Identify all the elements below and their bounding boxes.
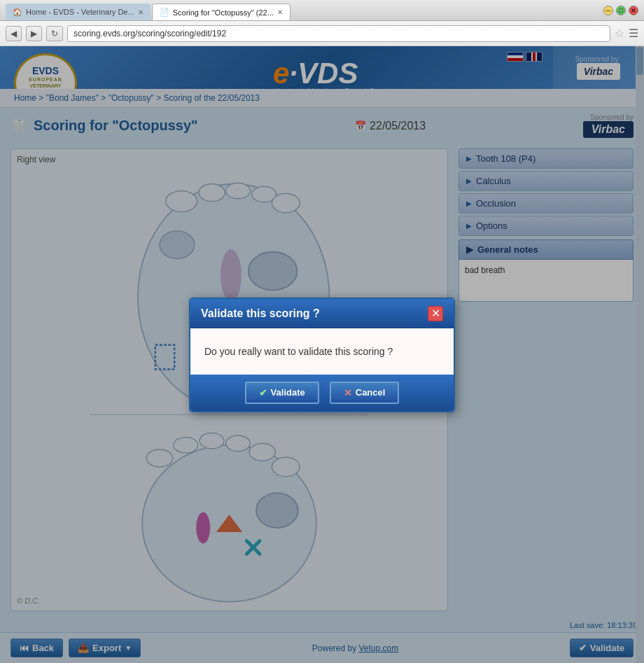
page-content: EVDS EUROPEAN VETERINARY DENTAL SOCIETY … [0,46,644,663]
tab-1-label: Home - EVDS - Veterinary De... [26,8,134,16]
back-nav-button[interactable]: ◀ [6,26,22,41]
page-wrapper: EVDS EUROPEAN VETERINARY DENTAL SOCIETY … [0,46,644,663]
forward-nav-button[interactable]: ▶ [26,26,42,41]
modal-cancel-x-icon: ✕ [344,387,352,398]
browser-frame: 🏠 Home - EVDS - Veterinary De... ✕ 📄 Sco… [0,0,644,663]
modal-validate-button[interactable]: ✔ Validate [245,382,319,404]
refresh-button[interactable]: ↻ [46,26,63,41]
tab-bar: 🏠 Home - EVDS - Veterinary De... ✕ 📄 Sco… [6,0,292,20]
close-button[interactable]: ✕ [629,6,638,15]
modal-body: Do you really want to validate this scor… [190,328,454,375]
tab-2-close[interactable]: ✕ [277,8,283,16]
minimize-button[interactable]: ─ [603,6,613,15]
modal-header: Validate this scoring ? ✕ [190,299,454,328]
modal-close-button[interactable]: ✕ [428,306,443,321]
window-controls: ─ □ ✕ [603,6,638,15]
menu-icon[interactable]: ☰ [629,27,638,40]
modal-overlay: Validate this scoring ? ✕ Do you really … [0,46,644,663]
maximize-button[interactable]: □ [616,6,626,15]
tab-2-icon: 📄 [160,8,169,17]
tab-2-label: Scoring for "Octopussy" (22... [173,8,274,17]
modal-cancel-label: Cancel [356,387,386,398]
tab-1[interactable]: 🏠 Home - EVDS - Veterinary De... ✕ [6,4,150,20]
title-bar: 🏠 Home - EVDS - Veterinary De... ✕ 📄 Sco… [0,0,644,21]
nav-bar: ◀ ▶ ↻ ☆ ☰ [0,21,644,46]
address-bar[interactable] [67,25,610,42]
tab-1-close[interactable]: ✕ [138,8,144,16]
modal-validate-label: Validate [271,387,305,398]
modal-footer: ✔ Validate ✕ Cancel [190,375,454,411]
bookmark-icon[interactable]: ☆ [615,27,624,40]
tab-1-icon: 🏠 [13,8,22,17]
modal-validate-check-icon: ✔ [259,387,267,398]
tab-2[interactable]: 📄 Scoring for "Octopussy" (22... ✕ [152,4,290,20]
modal-cancel-button[interactable]: ✕ Cancel [330,382,400,404]
modal-body-text: Do you really want to validate this scor… [204,346,393,357]
modal-dialog: Validate this scoring ? ✕ Do you really … [189,298,455,412]
modal-title: Validate this scoring ? [201,307,320,320]
